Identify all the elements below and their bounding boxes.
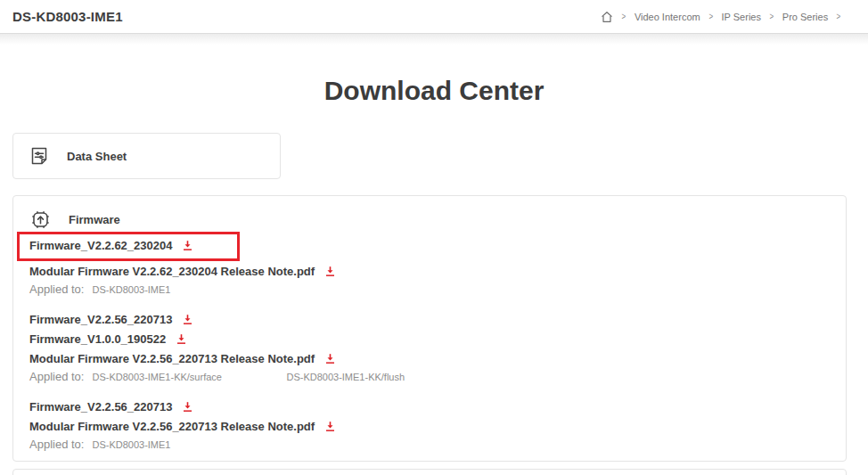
download-icon[interactable]	[324, 353, 336, 364]
applied-to-row: Applied to: DS-KD8003-IME1-KK/surface DS…	[29, 370, 846, 388]
download-icon[interactable]	[182, 240, 193, 251]
breadcrumb-separator: >	[708, 11, 713, 21]
page-title: Download Center	[0, 75, 868, 107]
file-name: Modular Firmware V2.2.56_220713 Release …	[29, 420, 315, 433]
firmware-icon	[29, 209, 52, 231]
breadcrumb: > Video Intercom > IP Series > Pro Serie…	[601, 11, 841, 23]
file-row-firmware-v2262[interactable]: Firmware_V2.2.62_230204	[29, 235, 846, 255]
home-icon[interactable]	[601, 11, 613, 23]
applied-to-row: Applied to: DS-KD8003-IME1	[29, 283, 846, 300]
download-icon[interactable]	[324, 421, 336, 432]
applied-to-value: DS-KD8003-IME1	[92, 284, 286, 295]
file-row-release-note[interactable]: Modular Firmware V2.2.62_230204 Release …	[29, 261, 846, 281]
file-name: Modular Firmware V2.2.62_230204 Release …	[29, 265, 315, 278]
file-name: Firmware_V2.2.62_230204	[29, 239, 172, 252]
applied-to-label: Applied to:	[29, 438, 84, 451]
breadcrumb-item-pro-series[interactable]: Pro Series	[782, 12, 828, 22]
applied-to-value: DS-KD8003-IME1	[92, 439, 286, 450]
breadcrumb-separator: >	[770, 11, 774, 21]
breadcrumb-separator: >	[837, 11, 841, 21]
firmware-section: Firmware Firmware_V2.2.62_230204 Modular…	[12, 195, 847, 462]
firmware-group: Firmware_V2.2.56_220713 Modular Firmware…	[29, 397, 846, 455]
topbar: DS-KD8003-IME1 > Video Intercom > IP Ser…	[0, 0, 868, 33]
file-name: Firmware_V1.0.0_190522	[29, 332, 166, 346]
download-icon[interactable]	[182, 314, 193, 325]
firmware-group: Firmware_V2.2.62_230204 Modular Firmware…	[29, 235, 846, 300]
download-icon[interactable]	[182, 401, 193, 413]
file-row-firmware-v2256[interactable]: Firmware_V2.2.56_220713	[29, 397, 846, 416]
file-row-release-note[interactable]: Modular Firmware V2.2.56_220713 Release …	[29, 416, 846, 436]
download-icon[interactable]	[324, 266, 336, 277]
breadcrumb-separator: >	[622, 11, 626, 21]
product-title: DS-KD8003-IME1	[12, 9, 123, 24]
applied-to-value: DS-KD8003-IME1-KK/surface	[92, 372, 286, 382]
data-sheet-icon	[29, 145, 50, 167]
applied-to-label: Applied to:	[29, 370, 84, 383]
download-icon[interactable]	[176, 333, 187, 345]
file-name: Firmware_V2.2.56_220713	[29, 313, 172, 326]
applied-to-label: Applied to:	[29, 283, 84, 296]
data-sheet-label: Data Sheet	[67, 150, 127, 163]
data-sheet-section[interactable]: Data Sheet	[12, 133, 281, 179]
breadcrumb-item-video-intercom[interactable]: Video Intercom	[635, 12, 700, 22]
breadcrumb-item-ip-series[interactable]: IP Series	[722, 12, 761, 22]
applied-to-row: Applied to: DS-KD8003-IME1	[29, 438, 846, 455]
file-row-release-note[interactable]: Modular Firmware V2.2.56_220713 Release …	[29, 348, 846, 368]
applied-to-value: DS-KD8003-IME1-KK/flush	[286, 372, 480, 382]
topbar-shadow	[0, 33, 868, 45]
firmware-group: Firmware_V2.2.56_220713 Firmware_V1.0.0_…	[29, 309, 846, 388]
file-row-firmware-v2256[interactable]: Firmware_V2.2.56_220713	[29, 309, 846, 329]
file-row-firmware-v100[interactable]: Firmware_V1.0.0_190522	[29, 329, 846, 348]
firmware-label: Firmware	[69, 213, 120, 226]
next-section[interactable]	[12, 469, 847, 475]
file-name: Firmware_V2.2.56_220713	[29, 400, 172, 414]
file-name: Modular Firmware V2.2.56_220713 Release …	[29, 352, 315, 365]
firmware-section-header[interactable]: Firmware	[29, 209, 846, 230]
